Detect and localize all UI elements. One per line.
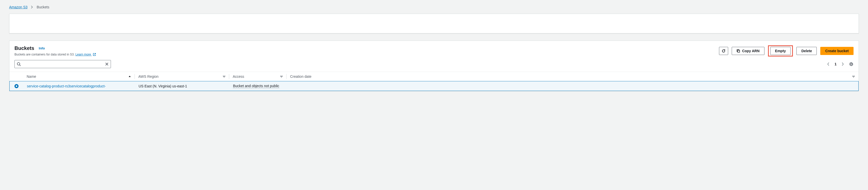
filter-icon xyxy=(223,75,226,78)
search-input[interactable] xyxy=(14,60,111,68)
copy-icon xyxy=(737,49,740,53)
info-link[interactable]: Info xyxy=(39,46,45,50)
cell-access: Bucket and objects not public xyxy=(229,81,287,91)
create-bucket-button[interactable]: Create bucket xyxy=(820,47,854,55)
empty-button[interactable]: Empty xyxy=(770,47,791,55)
cell-region: US East (N. Virginia) us-east-1 xyxy=(135,81,229,91)
buckets-panel: Buckets Info Buckets are containers for … xyxy=(9,41,859,91)
column-creation-date[interactable]: Creation date xyxy=(286,72,859,81)
table-row[interactable]: service-catalog-product-rs3servicecatalo… xyxy=(9,81,859,91)
learn-more-link[interactable]: Learn more xyxy=(75,53,96,56)
search-icon xyxy=(17,62,21,66)
row-select-radio[interactable] xyxy=(10,81,23,91)
page-subtitle: Buckets are containers for data stored i… xyxy=(14,53,96,56)
prev-page-button[interactable] xyxy=(827,62,830,66)
column-select xyxy=(9,72,23,81)
action-bar: Copy ARN Empty Delete Create bucket xyxy=(719,45,854,56)
chevron-right-icon xyxy=(31,6,33,9)
search-field xyxy=(14,60,111,68)
notification-banner xyxy=(9,14,859,33)
page-title: Buckets xyxy=(14,45,34,51)
filter-icon xyxy=(852,75,855,78)
empty-button-highlight: Empty xyxy=(768,45,793,56)
table-header-row: Name AWS Region Access xyxy=(9,72,859,81)
settings-button[interactable] xyxy=(849,62,854,66)
cell-name: service-catalog-product-rs3servicecatalo… xyxy=(23,81,135,91)
radio-selected-icon xyxy=(14,84,19,88)
column-name[interactable]: Name xyxy=(23,72,135,81)
refresh-button[interactable] xyxy=(719,47,728,55)
cell-creation-date xyxy=(287,81,858,91)
sort-asc-icon xyxy=(128,75,131,78)
pagination: 1 xyxy=(827,62,854,66)
refresh-icon xyxy=(721,49,725,53)
clear-search-button[interactable] xyxy=(105,62,108,66)
breadcrumb: Amazon S3 Buckets xyxy=(9,5,859,9)
svg-rect-1 xyxy=(738,50,740,52)
breadcrumb-current: Buckets xyxy=(36,5,49,9)
delete-button[interactable]: Delete xyxy=(797,47,817,55)
next-page-button[interactable] xyxy=(842,62,844,66)
breadcrumb-root-link[interactable]: Amazon S3 xyxy=(9,5,27,9)
column-region[interactable]: AWS Region xyxy=(135,72,229,81)
filter-icon xyxy=(280,75,283,78)
bucket-name-link[interactable]: service-catalog-product-rs3servicecatalo… xyxy=(27,84,105,88)
column-access[interactable]: Access xyxy=(229,72,286,81)
copy-arn-button[interactable]: Copy ARN xyxy=(732,47,765,55)
page-number: 1 xyxy=(835,62,837,66)
buckets-table: Name AWS Region Access xyxy=(9,72,859,91)
gear-icon xyxy=(849,62,854,66)
svg-point-2 xyxy=(17,63,20,65)
